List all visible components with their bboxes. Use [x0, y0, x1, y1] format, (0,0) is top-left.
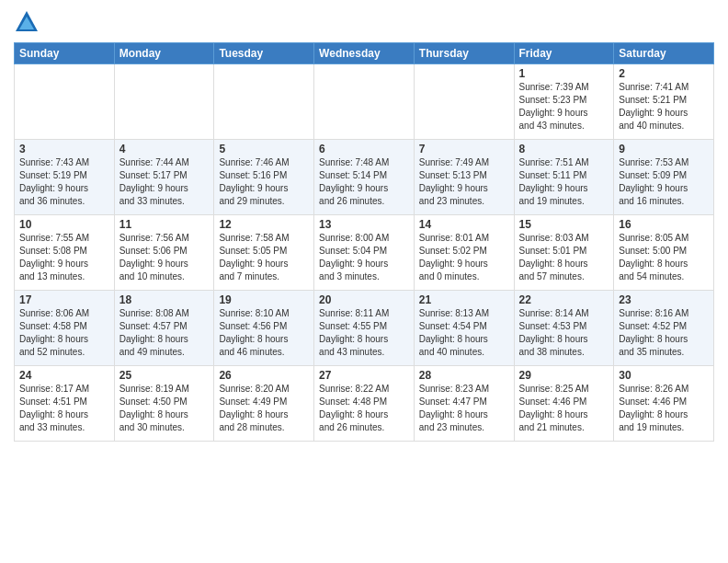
day-cell: 20Sunrise: 8:11 AM Sunset: 4:55 PM Dayli… — [314, 291, 415, 366]
day-cell: 12Sunrise: 7:58 AM Sunset: 5:05 PM Dayli… — [214, 215, 314, 291]
day-number: 11 — [119, 218, 210, 231]
day-cell — [414, 64, 514, 140]
day-number: 20 — [319, 293, 409, 306]
col-header-saturday: Saturday — [614, 43, 714, 64]
day-info: Sunrise: 8:22 AM Sunset: 4:48 PM Dayligh… — [319, 383, 409, 434]
col-header-wednesday: Wednesday — [314, 43, 415, 64]
logo-icon — [14, 9, 40, 35]
day-cell: 6Sunrise: 7:48 AM Sunset: 5:14 PM Daylig… — [314, 140, 415, 215]
col-header-thursday: Thursday — [414, 43, 514, 64]
day-number: 23 — [619, 293, 709, 306]
day-info: Sunrise: 8:23 AM Sunset: 4:47 PM Dayligh… — [419, 383, 509, 434]
day-number: 30 — [619, 369, 709, 382]
logo — [14, 9, 43, 35]
day-number: 1 — [519, 67, 609, 80]
day-cell: 5Sunrise: 7:46 AM Sunset: 5:16 PM Daylig… — [214, 140, 314, 215]
week-row-0: 1Sunrise: 7:39 AM Sunset: 5:23 PM Daylig… — [15, 64, 714, 140]
day-number: 14 — [419, 218, 509, 231]
day-info: Sunrise: 8:25 AM Sunset: 4:46 PM Dayligh… — [519, 383, 609, 434]
day-number: 13 — [319, 218, 409, 231]
day-number: 27 — [319, 369, 409, 382]
day-cell: 2Sunrise: 7:41 AM Sunset: 5:21 PM Daylig… — [614, 64, 714, 140]
calendar: SundayMondayTuesdayWednesdayThursdayFrid… — [14, 42, 714, 442]
day-info: Sunrise: 7:39 AM Sunset: 5:23 PM Dayligh… — [519, 81, 609, 132]
week-row-4: 24Sunrise: 8:17 AM Sunset: 4:51 PM Dayli… — [15, 366, 714, 442]
day-cell: 16Sunrise: 8:05 AM Sunset: 5:00 PM Dayli… — [614, 215, 714, 291]
col-header-monday: Monday — [114, 43, 214, 64]
day-cell: 14Sunrise: 8:01 AM Sunset: 5:02 PM Dayli… — [414, 215, 514, 291]
day-info: Sunrise: 8:10 AM Sunset: 4:56 PM Dayligh… — [219, 307, 309, 359]
day-cell — [15, 64, 115, 140]
day-number: 17 — [19, 293, 109, 306]
day-info: Sunrise: 8:16 AM Sunset: 4:52 PM Dayligh… — [619, 307, 709, 359]
day-info: Sunrise: 7:56 AM Sunset: 5:06 PM Dayligh… — [119, 232, 210, 283]
day-number: 15 — [519, 218, 609, 231]
calendar-header-row: SundayMondayTuesdayWednesdayThursdayFrid… — [15, 43, 714, 64]
day-cell: 15Sunrise: 8:03 AM Sunset: 5:01 PM Dayli… — [514, 215, 614, 291]
day-info: Sunrise: 8:20 AM Sunset: 4:49 PM Dayligh… — [219, 383, 309, 434]
day-info: Sunrise: 8:14 AM Sunset: 4:53 PM Dayligh… — [519, 307, 609, 359]
day-number: 28 — [419, 369, 509, 382]
day-number: 9 — [619, 143, 709, 155]
day-info: Sunrise: 8:05 AM Sunset: 5:00 PM Dayligh… — [619, 232, 709, 283]
day-number: 3 — [19, 143, 109, 155]
day-number: 12 — [219, 218, 309, 231]
day-number: 22 — [519, 293, 609, 306]
day-number: 25 — [119, 369, 210, 382]
day-cell — [114, 64, 214, 140]
day-info: Sunrise: 7:41 AM Sunset: 5:21 PM Dayligh… — [619, 81, 709, 132]
day-cell: 17Sunrise: 8:06 AM Sunset: 4:58 PM Dayli… — [15, 291, 115, 366]
day-number: 19 — [219, 293, 309, 306]
day-info: Sunrise: 8:06 AM Sunset: 4:58 PM Dayligh… — [19, 307, 109, 359]
col-header-tuesday: Tuesday — [214, 43, 314, 64]
day-number: 26 — [219, 369, 309, 382]
week-row-1: 3Sunrise: 7:43 AM Sunset: 5:19 PM Daylig… — [15, 140, 714, 215]
day-cell: 29Sunrise: 8:25 AM Sunset: 4:46 PM Dayli… — [514, 366, 614, 442]
day-cell — [214, 64, 314, 140]
week-row-3: 17Sunrise: 8:06 AM Sunset: 4:58 PM Dayli… — [15, 291, 714, 366]
day-cell: 26Sunrise: 8:20 AM Sunset: 4:49 PM Dayli… — [214, 366, 314, 442]
day-cell: 22Sunrise: 8:14 AM Sunset: 4:53 PM Dayli… — [514, 291, 614, 366]
day-cell — [314, 64, 415, 140]
col-header-friday: Friday — [514, 43, 614, 64]
day-info: Sunrise: 8:01 AM Sunset: 5:02 PM Dayligh… — [419, 232, 509, 283]
day-number: 10 — [19, 218, 109, 231]
day-cell: 10Sunrise: 7:55 AM Sunset: 5:08 PM Dayli… — [15, 215, 115, 291]
day-cell: 9Sunrise: 7:53 AM Sunset: 5:09 PM Daylig… — [614, 140, 714, 215]
day-cell: 4Sunrise: 7:44 AM Sunset: 5:17 PM Daylig… — [114, 140, 214, 215]
day-cell: 1Sunrise: 7:39 AM Sunset: 5:23 PM Daylig… — [514, 64, 614, 140]
day-number: 24 — [19, 369, 109, 382]
day-number: 21 — [419, 293, 509, 306]
day-number: 18 — [119, 293, 210, 306]
day-info: Sunrise: 7:53 AM Sunset: 5:09 PM Dayligh… — [619, 156, 709, 208]
day-number: 2 — [619, 67, 709, 80]
day-number: 7 — [419, 143, 509, 155]
day-info: Sunrise: 8:08 AM Sunset: 4:57 PM Dayligh… — [119, 307, 210, 359]
day-cell: 11Sunrise: 7:56 AM Sunset: 5:06 PM Dayli… — [114, 215, 214, 291]
day-info: Sunrise: 8:00 AM Sunset: 5:04 PM Dayligh… — [319, 232, 409, 283]
day-info: Sunrise: 7:55 AM Sunset: 5:08 PM Dayligh… — [19, 232, 109, 283]
day-info: Sunrise: 7:44 AM Sunset: 5:17 PM Dayligh… — [119, 156, 210, 208]
day-cell: 27Sunrise: 8:22 AM Sunset: 4:48 PM Dayli… — [314, 366, 415, 442]
day-cell: 13Sunrise: 8:00 AM Sunset: 5:04 PM Dayli… — [314, 215, 415, 291]
day-number: 4 — [119, 143, 210, 155]
day-cell: 30Sunrise: 8:26 AM Sunset: 4:46 PM Dayli… — [614, 366, 714, 442]
day-number: 8 — [519, 143, 609, 155]
day-number: 6 — [319, 143, 409, 155]
day-cell: 18Sunrise: 8:08 AM Sunset: 4:57 PM Dayli… — [114, 291, 214, 366]
day-info: Sunrise: 8:13 AM Sunset: 4:54 PM Dayligh… — [419, 307, 509, 359]
day-info: Sunrise: 8:11 AM Sunset: 4:55 PM Dayligh… — [319, 307, 409, 359]
day-cell: 25Sunrise: 8:19 AM Sunset: 4:50 PM Dayli… — [114, 366, 214, 442]
day-cell: 7Sunrise: 7:49 AM Sunset: 5:13 PM Daylig… — [414, 140, 514, 215]
day-cell: 23Sunrise: 8:16 AM Sunset: 4:52 PM Dayli… — [614, 291, 714, 366]
day-cell: 28Sunrise: 8:23 AM Sunset: 4:47 PM Dayli… — [414, 366, 514, 442]
day-info: Sunrise: 7:43 AM Sunset: 5:19 PM Dayligh… — [19, 156, 109, 208]
day-info: Sunrise: 7:49 AM Sunset: 5:13 PM Dayligh… — [419, 156, 509, 208]
day-info: Sunrise: 7:51 AM Sunset: 5:11 PM Dayligh… — [519, 156, 609, 208]
day-info: Sunrise: 7:46 AM Sunset: 5:16 PM Dayligh… — [219, 156, 309, 208]
day-info: Sunrise: 8:19 AM Sunset: 4:50 PM Dayligh… — [119, 383, 210, 434]
page-container: SundayMondayTuesdayWednesdayThursdayFrid… — [0, 0, 728, 563]
day-number: 16 — [619, 218, 709, 231]
day-info: Sunrise: 7:48 AM Sunset: 5:14 PM Dayligh… — [319, 156, 409, 208]
day-number: 5 — [219, 143, 309, 155]
